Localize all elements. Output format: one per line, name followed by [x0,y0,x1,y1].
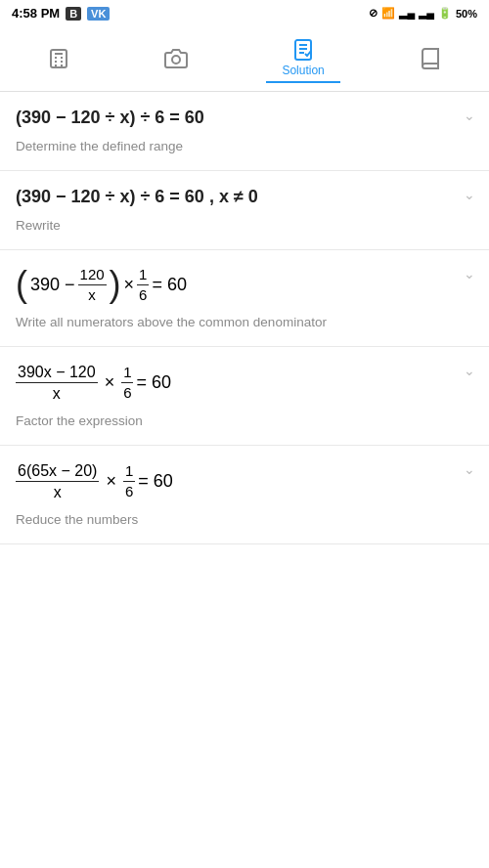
frac-390x-120-x: 390x − 120 x [16,363,98,403]
frac-factored: 6(65x − 20) x [16,461,99,501]
top-navigation: Solution [0,26,489,92]
open-paren: ( [16,267,27,302]
nav-calculator[interactable] [31,43,86,74]
step-1-chevron[interactable]: ⌄ [464,108,475,123]
step-3-card: ( 390 − 120 x ) × 1 6 = 60 ⌄ Write all n… [0,250,489,347]
step-5-description: Reduce the numbers [16,511,473,530]
status-icons: ⊘ 📶 ▂▄ ▂▄ 🔋 50% [369,7,477,20]
battery-percent: 50% [456,8,477,20]
mobile-signal-2: ▂▄ [419,7,434,20]
step-2-description: Rewrite [16,217,473,236]
vk-icon: VK [87,7,110,21]
step-1-equation: (390 − 120 ÷ x) ÷ 6 = 60 [16,108,473,128]
close-paren: ) [110,267,121,302]
step-5-chevron[interactable]: ⌄ [464,461,475,477]
nav-solution[interactable]: Solution [266,34,339,83]
frac-1-6c: 1 6 [123,462,135,500]
step-5-equation: 6(65x − 20) x × 1 6 = 60 [16,461,473,501]
wifi-icon: 📶 [381,7,395,20]
frac-120-x: 120 x [78,266,107,304]
step-1-description: Determine the defined range [16,138,473,156]
nav-book[interactable] [403,43,458,74]
nav-camera[interactable] [149,43,203,74]
step-4-equation: 390x − 120 x × 1 6 = 60 [16,363,473,403]
step-4-chevron[interactable]: ⌄ [464,363,475,378]
signal-icon: ⊘ [369,7,378,20]
svg-rect-0 [51,50,67,67]
svg-point-8 [172,56,180,64]
battery-icon: 🔋 [438,7,452,20]
step-5-card: 6(65x − 20) x × 1 6 = 60 ⌄ Reduce the nu… [0,446,489,544]
step-2-card: (390 − 120 ÷ x) ÷ 6 = 60 , x ≠ 0 ⌄ Rewri… [0,171,489,250]
frac-1-6: 1 6 [137,266,149,304]
mobile-signal-1: ▂▄ [399,7,415,20]
step-3-equation: ( 390 − 120 x ) × 1 6 = 60 [16,266,473,304]
solution-label: Solution [282,64,324,77]
app-icon: B [66,7,81,21]
step-2-chevron[interactable]: ⌄ [464,187,475,202]
step-2-equation: (390 − 120 ÷ x) ÷ 6 = 60 , x ≠ 0 [16,187,473,207]
step-4-description: Factor the expression [16,412,473,431]
step-1-card: (390 − 120 ÷ x) ÷ 6 = 60 ⌄ Determine the… [0,92,489,171]
status-time: 4:58 PM B VK [12,6,110,21]
step-4-card: 390x − 120 x × 1 6 = 60 ⌄ Factor the exp… [0,347,489,446]
step-3-description: Write all numerators above the common de… [16,314,473,332]
frac-1-6b: 1 6 [121,364,133,402]
step-3-chevron[interactable]: ⌄ [464,266,475,282]
status-bar: 4:58 PM B VK ⊘ 📶 ▂▄ ▂▄ 🔋 50% [0,0,489,26]
